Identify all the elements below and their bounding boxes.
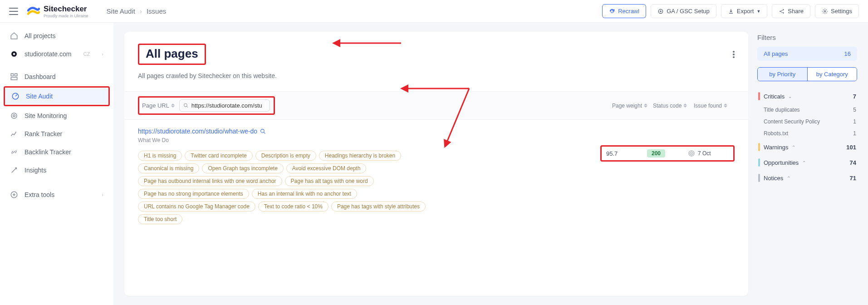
svg-point-23 — [691, 153, 692, 154]
issue-tag[interactable]: Avoid excessive DOM depth — [286, 163, 367, 173]
dashboard-icon — [10, 73, 18, 81]
sidebar-item-site-monitoring[interactable]: Site Monitoring — [4, 107, 110, 124]
page-title: All pages — [146, 47, 198, 61]
svg-point-2 — [783, 9, 784, 10]
sidebar-item-label: Site Audit — [26, 93, 53, 100]
chart-line-icon — [10, 130, 18, 138]
issue-tag[interactable]: H1 is missing — [138, 151, 182, 161]
chevron-up-icon: ⌃ — [792, 145, 795, 150]
brand-title: Sitechecker — [44, 5, 88, 14]
sidebar-item-extra-tools[interactable]: Extra tools › — [4, 186, 110, 203]
chevron-down-icon: ⌄ — [788, 94, 792, 99]
brand-logo[interactable]: Sitechecker Proudly made in Ukraine — [27, 5, 88, 18]
chevron-up-icon: ⌃ — [787, 176, 790, 181]
issue-tag[interactable]: Page has tags with style attributes — [331, 202, 426, 212]
issue-tag[interactable]: Page has no strong importance elements — [138, 189, 249, 199]
google-icon — [657, 8, 664, 15]
severity-bar-icon — [758, 143, 760, 151]
issue-tag[interactable]: Text to code ratio < 10% — [258, 202, 329, 212]
svg-point-1 — [780, 10, 781, 11]
sidebar-item-site-audit[interactable]: Site Audit — [5, 88, 108, 105]
column-status-code[interactable]: Status code — [653, 103, 694, 109]
sidebar-item-label: All projects — [25, 32, 55, 39]
issue-tag[interactable]: Description is empty — [255, 151, 316, 161]
sidebar-item-backlink-tracker[interactable]: Backlink Tracker — [4, 143, 110, 161]
table-row: https://studiorotate.com/studio/what-we-… — [138, 120, 735, 229]
share-icon — [779, 8, 785, 15]
column-page-weight[interactable]: Page weight — [612, 103, 653, 109]
filter-subitem[interactable]: Title duplicates5 — [757, 104, 857, 116]
svg-line-20 — [264, 132, 265, 133]
filter-cat-notices[interactable]: Notices ⌃ 71 — [757, 170, 857, 186]
gear-icon — [822, 8, 828, 15]
search-icon — [260, 128, 266, 134]
sort-icon — [683, 103, 687, 109]
issue-tag[interactable]: Page has outbound internal links with on… — [138, 176, 282, 186]
severity-bar-icon — [758, 92, 760, 100]
share-button[interactable]: Share — [772, 4, 810, 18]
issue-tag[interactable]: Headings hierarchy is broken — [319, 151, 401, 161]
logo-mark-icon — [27, 6, 40, 16]
wand-icon — [10, 166, 18, 174]
issue-tag[interactable]: URL contains no Google Tag Manager code — [138, 202, 255, 212]
svg-point-4 — [824, 10, 826, 12]
issue-tag[interactable]: Twitter card incomplete — [185, 151, 252, 161]
svg-point-12 — [13, 115, 15, 117]
filter-all-pages-count: 16 — [844, 50, 851, 57]
download-icon — [728, 8, 734, 15]
chevron-up-icon: ⌃ — [802, 160, 806, 165]
link-icon — [10, 148, 18, 156]
svg-line-18 — [186, 106, 188, 108]
filter-cat-criticals[interactable]: Criticals ⌄ 7 — [757, 89, 857, 104]
project-country-code: CZ — [83, 51, 90, 57]
svg-point-17 — [184, 103, 187, 107]
chevron-right-icon: › — [102, 51, 103, 57]
sidebar-item-label: Dashboard — [25, 73, 56, 80]
breadcrumb-parent[interactable]: Site Audit — [107, 7, 135, 15]
column-issue-found[interactable]: Issue found — [694, 103, 735, 109]
sort-icon — [724, 103, 727, 109]
sidebar-item-dashboard[interactable]: Dashboard — [4, 68, 110, 85]
export-button[interactable]: Export ▼ — [721, 4, 768, 18]
sidebar-item-rank-tracker[interactable]: Rank Tracker — [4, 125, 110, 143]
recrawl-button[interactable]: Recrawl — [602, 4, 646, 18]
brand-tagline: Proudly made in Ukraine — [44, 14, 88, 18]
page-subtitle: All pages crawled by Sitechecker on this… — [138, 72, 735, 79]
filter-cat-opportunities[interactable]: Opportunities ⌃ 74 — [757, 155, 857, 170]
sort-icon — [171, 103, 175, 109]
sidebar-item-label: Backlink Tracker — [25, 148, 71, 156]
filter-subitem[interactable]: Content Security Policy1 — [757, 116, 857, 128]
page-url-input[interactable] — [191, 102, 266, 109]
issue-tag[interactable]: Open Graph tags incomplete — [202, 163, 283, 173]
sidebar-item-project[interactable]: studiorotate.com CZ › — [4, 45, 110, 63]
page-url-search[interactable] — [179, 99, 270, 112]
menu-icon[interactable] — [9, 8, 18, 15]
more-options-button[interactable] — [733, 51, 735, 58]
filter-subitem[interactable]: Robots.txt1 — [757, 128, 857, 139]
search-icon — [183, 103, 189, 108]
issue-tag[interactable]: Canonical is missing — [138, 163, 199, 173]
issue-date: 7 Oct — [698, 150, 711, 157]
sidebar-item-label: Insights — [25, 167, 46, 174]
svg-rect-8 — [15, 74, 17, 76]
issue-tag[interactable]: Title too short — [138, 214, 182, 224]
filter-all-pages[interactable]: All pages 16 — [757, 47, 857, 61]
toggle-by-priority[interactable]: by Priority — [758, 68, 807, 81]
settings-button[interactable]: Settings — [815, 4, 859, 18]
column-page-url[interactable]: Page URL — [142, 102, 175, 109]
sidebar-item-insights[interactable]: Insights — [4, 162, 110, 179]
issue-tag[interactable]: Page has alt tags with one word — [285, 176, 374, 186]
toggle-by-category[interactable]: by Category — [807, 68, 857, 81]
svg-point-11 — [11, 113, 17, 118]
chevron-right-icon: › — [102, 192, 103, 197]
issue-tag[interactable]: Has an internal link with no anchor text — [252, 189, 357, 199]
ga-gsc-setup-button[interactable]: GA / GSC Setup — [651, 4, 716, 18]
sort-icon — [644, 103, 647, 109]
sidebar-item-all-projects[interactable]: All projects — [4, 27, 110, 44]
filter-cat-warnings[interactable]: Warnings ⌃ 101 — [757, 139, 857, 155]
refresh-icon — [609, 8, 615, 15]
page-url-link[interactable]: https://studiorotate.com/studio/what-we-… — [138, 128, 266, 135]
gauge-icon — [11, 92, 20, 100]
sidebar-item-label: studiorotate.com — [25, 50, 72, 58]
page-weight-value: 95.7 — [606, 149, 647, 157]
